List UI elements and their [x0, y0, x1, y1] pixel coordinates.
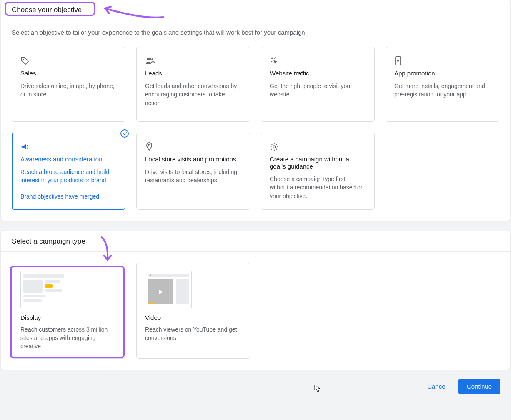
- objective-desc: Get the right people to visit your websi…: [270, 82, 366, 99]
- objective-grid: Sales Drive sales online, in app, by pho…: [1, 36, 510, 221]
- campaign-type-panel: Select a campaign type: [1, 231, 510, 370]
- objective-title: App promotion: [394, 70, 491, 77]
- objective-card-awareness[interactable]: Awareness and consideration Reach a broa…: [12, 133, 125, 210]
- svg-point-2: [151, 58, 153, 60]
- objective-title: Local store visits and promotions: [145, 156, 241, 163]
- footer-actions: Cancel Continue: [0, 370, 511, 403]
- location-pin-icon: [145, 141, 241, 153]
- objective-desc: Get leads and other conversions by encou…: [145, 82, 241, 107]
- brand-objectives-merged-link[interactable]: Brand objectives have merged: [20, 193, 99, 200]
- mouse-cursor-icon: [314, 384, 321, 392]
- objective-desc: Reach a broad audience and build interes…: [20, 168, 117, 185]
- campaign-type-title: Video: [145, 314, 241, 321]
- objective-card-no-guidance[interactable]: Create a campaign without a goal's guida…: [261, 133, 375, 210]
- objective-card-local[interactable]: Local store visits and promotions Drive …: [136, 133, 250, 210]
- display-thumbnail-icon: [20, 271, 67, 308]
- campaign-type-grid: Display Reach customers across 3 million…: [1, 252, 510, 370]
- objective-card-app-promotion[interactable]: App promotion Get more installs, engagem…: [386, 47, 499, 122]
- gear-icon: [270, 141, 366, 153]
- phone-install-icon: [394, 55, 491, 67]
- cursor-click-icon: [270, 55, 366, 67]
- play-icon: [159, 289, 163, 294]
- continue-button[interactable]: Continue: [458, 379, 500, 394]
- objective-card-sales[interactable]: Sales Drive sales online, in app, by pho…: [12, 47, 125, 122]
- objective-card-website-traffic[interactable]: Website traffic Get the right people to …: [261, 47, 375, 122]
- svg-point-5: [273, 146, 276, 148]
- objective-panel: Choose your objective Select an objectiv…: [1, 0, 510, 221]
- tag-icon: [20, 55, 117, 67]
- objective-title: Website traffic: [270, 70, 366, 77]
- objective-title: Leads: [145, 70, 241, 77]
- campaign-type-desc: Reach viewers on YouTube and get convers…: [145, 325, 241, 342]
- objective-title: Sales: [20, 70, 117, 77]
- check-circle-icon: [120, 129, 129, 138]
- objective-desc: Get more installs, engagement and pre-re…: [394, 82, 491, 99]
- objective-card-leads[interactable]: Leads Get leads and other conversions by…: [136, 47, 250, 122]
- campaign-type-header: Select a campaign type: [1, 231, 510, 252]
- campaign-type-desc: Reach customers across 3 million sites a…: [20, 325, 117, 351]
- objective-desc: Drive visits to local stores, including …: [145, 168, 241, 185]
- objective-desc: Choose a campaign type first, without a …: [270, 175, 366, 200]
- objective-title: Awareness and consideration: [20, 156, 117, 163]
- objective-title: Create a campaign without a goal's guida…: [270, 156, 366, 170]
- svg-point-1: [147, 58, 150, 60]
- megaphone-icon: [20, 141, 117, 153]
- campaign-type-card-video[interactable]: Video Reach viewers on YouTube and get c…: [136, 263, 250, 359]
- video-thumbnail-icon: [145, 271, 192, 308]
- cancel-button[interactable]: Cancel: [423, 380, 451, 393]
- svg-point-0: [23, 59, 24, 60]
- objective-subhead: Select an objective to tailor your exper…: [1, 20, 510, 36]
- objective-header: Choose your objective: [1, 0, 510, 20]
- svg-point-4: [148, 144, 150, 146]
- people-icon: [145, 55, 241, 67]
- objective-desc: Drive sales online, in app, by phone, or…: [20, 82, 117, 99]
- campaign-type-card-display[interactable]: Display Reach customers across 3 million…: [12, 263, 125, 359]
- campaign-type-title: Display: [20, 314, 117, 321]
